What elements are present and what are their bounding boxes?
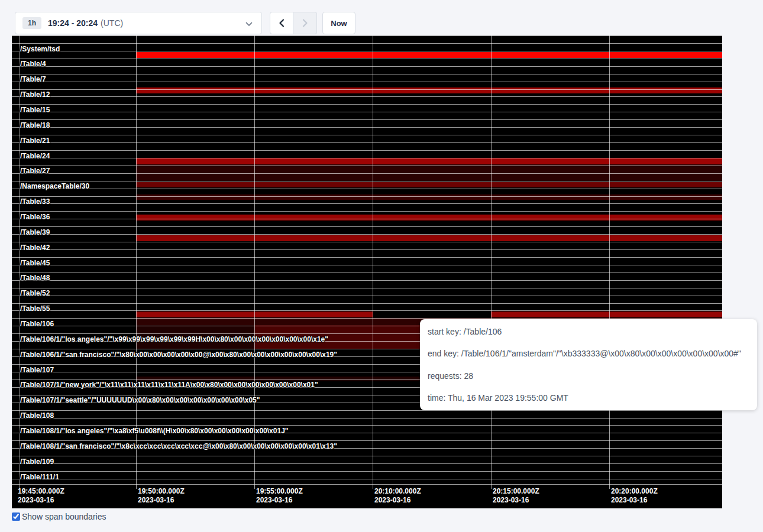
span-boundary-line bbox=[12, 456, 722, 456]
span-boundary-line bbox=[12, 189, 722, 189]
key-span-label: /Table/21 bbox=[20, 137, 50, 145]
span-boundary-line bbox=[12, 318, 722, 319]
x-axis-time: 20:10:00.000Z bbox=[374, 487, 421, 496]
range-text: 19:24 - 20:24 bbox=[48, 18, 98, 28]
tooltip-requests: requests: 28 bbox=[428, 371, 749, 381]
heat-band[interactable] bbox=[136, 182, 722, 187]
x-axis-date: 2023-03-16 bbox=[611, 496, 658, 505]
x-axis-date: 2023-03-16 bbox=[256, 496, 303, 505]
show-span-boundaries-label: Show span boundaries bbox=[22, 512, 106, 521]
time-boundary-line bbox=[609, 35, 610, 489]
now-button[interactable]: Now bbox=[322, 12, 355, 34]
x-axis-time: 19:50:00.000Z bbox=[138, 487, 185, 496]
span-boundary-line bbox=[12, 43, 722, 44]
span-boundary-line bbox=[12, 418, 722, 419]
x-axis-label: 20:15:00.000Z2023-03-16 bbox=[493, 487, 539, 505]
span-boundary-line bbox=[12, 303, 722, 304]
key-span-label: /System/tsd bbox=[20, 46, 60, 53]
span-boundary-line bbox=[12, 234, 722, 235]
range-timezone: (UTC) bbox=[101, 18, 123, 28]
span-boundary-line bbox=[12, 119, 722, 120]
chevron-left-icon bbox=[277, 18, 286, 28]
show-span-boundaries-row: Show span boundaries bbox=[12, 512, 106, 521]
key-span-label: /Table/39 bbox=[20, 229, 50, 236]
span-boundary-line bbox=[12, 479, 722, 479]
heat-band[interactable] bbox=[136, 87, 722, 93]
span-boundary-line bbox=[12, 196, 722, 197]
span-boundary-line bbox=[12, 82, 722, 82]
key-span-label: /Table/52 bbox=[20, 290, 50, 297]
span-boundary-line bbox=[12, 173, 722, 174]
key-span-label: /NamespaceTable/30 bbox=[20, 183, 89, 190]
key-span-label: /Table/12 bbox=[20, 91, 50, 99]
span-boundary-line bbox=[12, 280, 722, 281]
key-span-label: /Table/27 bbox=[20, 167, 50, 175]
next-range-button[interactable] bbox=[293, 12, 317, 34]
x-axis-date: 2023-03-16 bbox=[374, 496, 421, 505]
key-visualizer-canvas[interactable]: /System/tsd/Table/4/Table/7/Table/12/Tab… bbox=[12, 35, 722, 508]
key-span-label: /Table/45 bbox=[20, 259, 50, 267]
x-axis-date: 2023-03-16 bbox=[493, 496, 539, 505]
heat-band[interactable] bbox=[136, 215, 722, 220]
x-axis-label: 20:10:00.000Z2023-03-16 bbox=[374, 487, 421, 505]
key-span-label: /Table/36 bbox=[20, 213, 50, 221]
key-span-label: /Table/106 bbox=[20, 320, 54, 328]
span-boundary-line bbox=[12, 440, 722, 441]
key-span-label: /Table/18 bbox=[20, 122, 50, 129]
key-span-label: /Table/33 bbox=[20, 198, 50, 206]
span-boundary-line bbox=[12, 51, 722, 51]
x-axis-label: 19:55:00.000Z2023-03-16 bbox=[256, 487, 303, 505]
span-boundary-line bbox=[12, 410, 722, 411]
key-span-label: /Table/106/1/"los angeles"/"\x99\x99\x99… bbox=[20, 336, 328, 343]
show-span-boundaries-checkbox[interactable] bbox=[12, 512, 20, 521]
heat-band[interactable] bbox=[491, 312, 722, 317]
span-boundary-line bbox=[12, 203, 722, 204]
prev-range-button[interactable] bbox=[270, 12, 293, 34]
span-boundary-line bbox=[12, 265, 722, 265]
span-boundary-line bbox=[12, 242, 722, 242]
span-boundary-line bbox=[12, 463, 722, 464]
span-boundary-line bbox=[12, 257, 722, 258]
key-span-label: /Table/108 bbox=[20, 412, 54, 420]
chevron-down-icon bbox=[245, 22, 253, 27]
span-boundary-line bbox=[12, 135, 722, 135]
span-boundary-line bbox=[12, 310, 722, 311]
time-boundary-line bbox=[136, 35, 137, 489]
span-boundary-line bbox=[12, 226, 722, 227]
x-axis-time: 19:45:00.000Z bbox=[18, 487, 64, 496]
time-range-selector[interactable]: 1h 19:24 - 20:24 (UTC) bbox=[15, 12, 262, 34]
span-boundary-line bbox=[12, 211, 722, 212]
key-span-label: /Table/107/1/"seattle"/"UUUUUUD\x00\x80\… bbox=[20, 397, 260, 404]
span-boundary-line bbox=[12, 150, 722, 151]
heat-band[interactable] bbox=[136, 158, 722, 164]
span-boundary-line bbox=[12, 96, 722, 97]
heat-band[interactable] bbox=[136, 194, 722, 200]
key-span-label: /Table/24 bbox=[20, 153, 50, 160]
time-nav-group bbox=[270, 12, 317, 34]
x-axis-time: 19:55:00.000Z bbox=[256, 487, 303, 496]
x-axis-date: 2023-03-16 bbox=[138, 496, 185, 505]
key-span-label: /Table/7 bbox=[20, 76, 46, 83]
hover-tooltip: start key: /Table/106 end key: /Table/10… bbox=[420, 319, 757, 410]
chevron-right-icon bbox=[300, 18, 309, 28]
key-span-label: /Table/108/1/"los angeles"/"\xa8\xf5\u00… bbox=[20, 427, 289, 435]
key-span-label: /Table/42 bbox=[20, 244, 50, 252]
span-boundary-line bbox=[12, 142, 722, 143]
span-boundary-line bbox=[12, 59, 722, 59]
heat-band[interactable] bbox=[136, 235, 722, 241]
span-boundary-line bbox=[12, 66, 722, 67]
key-span-label: /Table/111/1 bbox=[20, 473, 59, 481]
time-boundary-line bbox=[373, 35, 373, 489]
x-axis-label: 20:20:00.000Z2023-03-16 bbox=[611, 487, 658, 505]
key-span-label: /Table/107 bbox=[20, 366, 54, 374]
time-boundary-line bbox=[491, 35, 492, 489]
span-boundary-line bbox=[12, 273, 722, 273]
key-span-label: /Table/55 bbox=[20, 305, 50, 313]
heat-band[interactable] bbox=[136, 52, 722, 58]
range-duration-badge: 1h bbox=[22, 17, 41, 29]
x-axis-label: 19:45:00.000Z2023-03-16 bbox=[18, 487, 64, 505]
key-span-label: /Table/107/1/"new york"/"\x11\x11\x11\x1… bbox=[20, 381, 318, 389]
span-boundary-line bbox=[12, 219, 722, 219]
key-span-label: /Table/48 bbox=[20, 274, 50, 282]
key-span-label: /Table/108/1/"san francisco"/"\x8c\xcc\x… bbox=[20, 443, 337, 450]
